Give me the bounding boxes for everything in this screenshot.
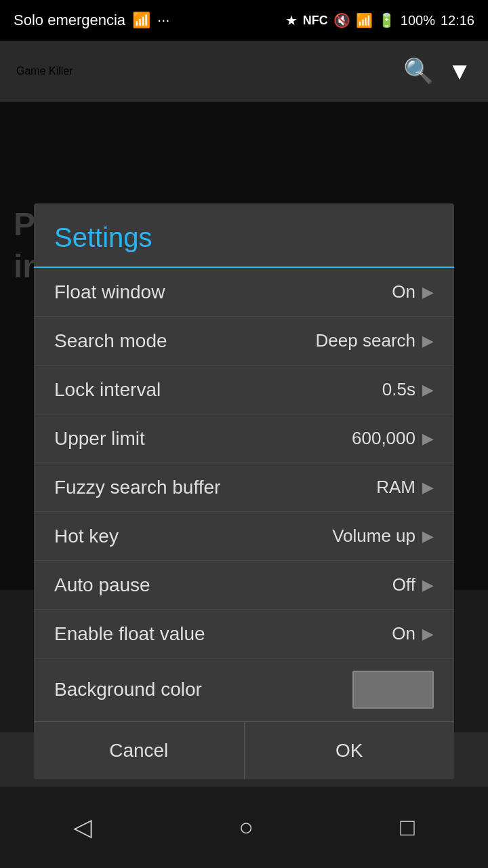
status-left: Solo emergencia 📶 ··· — [14, 12, 169, 29]
setting-row-fuzzy-search-buffer[interactable]: Fuzzy search buffer RAM ▶ — [34, 463, 454, 512]
ellipsis: ··· — [157, 12, 169, 29]
dialog-buttons: Cancel OK — [34, 722, 454, 779]
setting-row-lock-interval[interactable]: Lock interval 0.5s ▶ — [34, 366, 454, 414]
setting-value-enable-float-value: On ▶ — [392, 623, 434, 644]
setting-label-lock-interval: Lock interval — [54, 379, 382, 401]
setting-label-hot-key: Hot key — [54, 526, 332, 547]
setting-row-float-window[interactable]: Float window On ▶ — [34, 268, 454, 317]
setting-value-float-window: On ▶ — [392, 281, 434, 302]
time-text: 12:16 — [441, 13, 474, 28]
setting-value-upper-limit: 600,000 ▶ — [352, 428, 434, 449]
setting-value-hot-key: Volume up ▶ — [332, 526, 434, 547]
dropdown-arrow-hot-key: ▶ — [422, 528, 434, 545]
setting-value-text-lock-interval: 0.5s — [382, 379, 415, 400]
dropdown-arrow-lock-interval: ▶ — [422, 381, 434, 399]
recent-button[interactable]: □ — [400, 813, 415, 842]
battery-text: 100% — [401, 13, 435, 28]
app-bar: Game Killer 🔍 ▼ — [0, 41, 488, 102]
setting-label-search-mode: Search mode — [54, 330, 316, 352]
setting-value-text-enable-float-value: On — [392, 623, 415, 644]
back-button[interactable]: ◁ — [73, 813, 92, 842]
setting-label-upper-limit: Upper limit — [54, 428, 352, 450]
setting-value-fuzzy-search-buffer: RAM ▶ — [376, 477, 434, 498]
setting-row-upper-limit[interactable]: Upper limit 600,000 ▶ — [34, 414, 454, 463]
setting-label-fuzzy-search-buffer: Fuzzy search buffer — [54, 477, 376, 498]
setting-label-float-window: Float window — [54, 281, 392, 303]
carrier-text: Solo emergencia — [14, 12, 125, 29]
setting-label-auto-pause: Auto pause — [54, 574, 392, 596]
color-swatch-background[interactable] — [352, 671, 434, 709]
setting-value-text-float-window: On — [392, 281, 415, 302]
setting-value-text-hot-key: Volume up — [332, 526, 415, 547]
mute-icon: 🔇 — [333, 12, 350, 28]
settings-dialog: Settings Float window On ▶ Search mode D… — [34, 203, 454, 779]
setting-value-search-mode: Deep search ▶ — [316, 330, 434, 351]
wifi-icon: 📶 — [356, 12, 373, 28]
setting-row-search-mode[interactable]: Search mode Deep search ▶ — [34, 317, 454, 366]
nfc-icon: NFC — [303, 14, 328, 28]
setting-value-text-upper-limit: 600,000 — [352, 428, 415, 449]
app-title: Game Killer — [16, 65, 73, 77]
setting-label-enable-float-value: Enable float value — [54, 623, 392, 645]
dropdown-arrow-float-window: ▶ — [422, 283, 434, 301]
bluetooth-icon: ★ — [285, 12, 298, 28]
battery-icon: 🔋 — [378, 12, 395, 28]
filter-icon[interactable]: ▼ — [447, 57, 472, 85]
setting-value-background-color — [352, 671, 434, 709]
setting-value-text-search-mode: Deep search — [316, 330, 415, 351]
setting-row-enable-float-value[interactable]: Enable float value On ▶ — [34, 610, 454, 658]
dialog-title: Settings — [34, 203, 454, 268]
dropdown-arrow-enable-float-value: ▶ — [422, 625, 434, 643]
setting-label-background-color: Background color — [54, 679, 352, 701]
dropdown-arrow-auto-pause: ▶ — [422, 576, 434, 594]
dropdown-arrow-upper-limit: ▶ — [422, 430, 434, 448]
status-right: ★ NFC 🔇 📶 🔋 100% 12:16 — [285, 12, 474, 28]
home-button[interactable]: ○ — [239, 813, 253, 842]
setting-row-hot-key[interactable]: Hot key Volume up ▶ — [34, 512, 454, 561]
dropdown-arrow-fuzzy-search-buffer: ▶ — [422, 479, 434, 496]
setting-value-auto-pause: Off ▶ — [392, 574, 434, 595]
sim-icon: 📶 — [132, 12, 150, 29]
bg-content: Pl in Settings Float window On ▶ Search … — [0, 102, 488, 590]
setting-row-auto-pause[interactable]: Auto pause Off ▶ — [34, 561, 454, 610]
nav-bar: ◁ ○ □ — [0, 787, 488, 868]
setting-row-background-color[interactable]: Background color — [34, 658, 454, 722]
search-icon[interactable]: 🔍 — [403, 57, 434, 85]
setting-value-text-auto-pause: Off — [392, 574, 415, 595]
settings-list: Float window On ▶ Search mode Deep searc… — [34, 268, 454, 722]
app-bar-icons: 🔍 ▼ — [403, 57, 472, 85]
setting-value-lock-interval: 0.5s ▶ — [382, 379, 434, 400]
ok-button[interactable]: OK — [245, 722, 455, 779]
setting-value-text-fuzzy-search-buffer: RAM — [376, 477, 415, 498]
status-bar: Solo emergencia 📶 ··· ★ NFC 🔇 📶 🔋 100% 1… — [0, 0, 488, 41]
cancel-button[interactable]: Cancel — [34, 722, 245, 779]
dropdown-arrow-search-mode: ▶ — [422, 332, 434, 350]
